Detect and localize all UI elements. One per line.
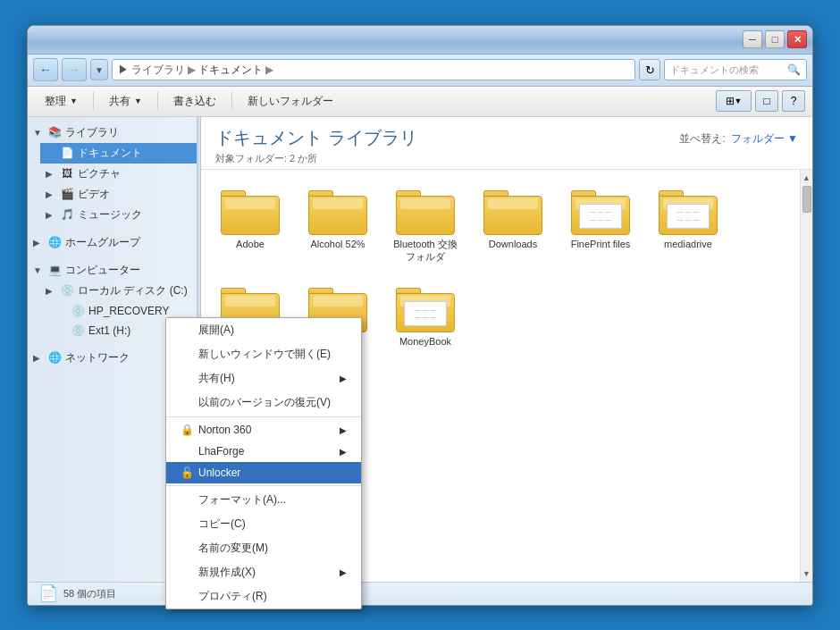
context-menu-item-2[interactable]: 共有(H)▶ bbox=[166, 366, 361, 391]
organize-button[interactable]: 整理 ▼ bbox=[35, 89, 88, 113]
sidebar-item-pictures[interactable]: ▶ 🖼 ピクチャ bbox=[40, 164, 197, 184]
search-placeholder: ドキュメントの検索 bbox=[670, 63, 759, 77]
chevron-down-icon: ▼ bbox=[33, 128, 44, 138]
folder-icon: — — —— — — bbox=[657, 185, 719, 235]
toolbar-separator-2 bbox=[157, 92, 158, 110]
menu-item-label: 新規作成(X) bbox=[198, 565, 340, 580]
context-menu-separator bbox=[166, 416, 361, 417]
pictures-icon: 🖼 bbox=[60, 166, 74, 181]
sidebar-computer-label: コンピューター bbox=[65, 263, 140, 278]
folder-icon bbox=[219, 185, 281, 235]
document-thumb-icon: 📄 bbox=[38, 584, 58, 603]
context-menu-item-5[interactable]: LhaForge▶ bbox=[166, 441, 361, 462]
context-menu-item-4[interactable]: 🔒Norton 360▶ bbox=[166, 419, 361, 441]
library-icon: 📚 bbox=[47, 125, 62, 139]
sidebar-item-video[interactable]: ▶ 🎬 ビデオ bbox=[40, 184, 197, 205]
sidebar-item-local-disk[interactable]: ▶ 💿 ローカル ディスク (C:) bbox=[40, 281, 197, 301]
close-button[interactable]: ✕ bbox=[787, 30, 807, 48]
minimize-button[interactable]: ─ bbox=[743, 30, 762, 48]
preview-button[interactable]: □ bbox=[755, 90, 778, 112]
context-menu-item-0[interactable]: 展開(A) bbox=[166, 318, 361, 342]
toolbar-right: ⊞ ▼ □ ? bbox=[716, 90, 805, 112]
sidebar-item-documents[interactable]: 📄 ドキュメント bbox=[40, 143, 197, 164]
file-label: Downloads bbox=[489, 238, 537, 250]
scroll-thumb[interactable] bbox=[802, 186, 811, 213]
toolbar-separator-1 bbox=[93, 92, 94, 110]
status-bar: 📄 58 個の項目 bbox=[28, 582, 812, 605]
organize-label: 整理 bbox=[45, 94, 66, 109]
file-item[interactable]: — — —— — — MoneyBook bbox=[385, 276, 466, 354]
folder-icon bbox=[394, 185, 457, 235]
new-folder-button[interactable]: 新しいフォルダー bbox=[238, 89, 343, 113]
file-item[interactable]: Alcohol 52% bbox=[298, 179, 378, 270]
dropdown-button[interactable]: ▼ bbox=[90, 59, 108, 80]
chevron-right-icon-4: ▶ bbox=[46, 210, 56, 220]
menu-item-label: 展開(A) bbox=[198, 323, 347, 338]
file-label: MoneyBook bbox=[399, 335, 451, 348]
menu-item-label: 名前の変更(M) bbox=[198, 541, 347, 556]
computer-icon: 💻 bbox=[47, 263, 62, 277]
address-text: ▶ ライブラリ bbox=[118, 63, 185, 78]
file-scrollbar[interactable]: ▲ ▼ bbox=[800, 170, 812, 582]
folder-icon: — — —— — — bbox=[569, 185, 632, 235]
sidebar-item-computer[interactable]: ▼ 💻 コンピューター bbox=[28, 260, 197, 281]
context-menu-item-9[interactable]: 名前の変更(M) bbox=[166, 536, 361, 560]
file-item[interactable]: Bluetooth 交換 フォルダ bbox=[385, 179, 466, 270]
file-item[interactable]: — — —— — — mediadrive bbox=[648, 179, 728, 270]
menu-item-label: 共有(H) bbox=[198, 371, 340, 386]
sort-area: 並べ替え: フォルダー ▼ bbox=[679, 131, 798, 147]
sort-label: 並べ替え: bbox=[679, 131, 725, 147]
sidebar-recovery-label: HP_RECOVERY bbox=[88, 305, 169, 317]
submenu-arrow-icon: ▶ bbox=[340, 374, 347, 383]
context-menu-item-1[interactable]: 新しいウィンドウで開く(E) bbox=[166, 342, 361, 366]
file-item[interactable]: Adobe bbox=[210, 179, 290, 270]
file-item[interactable]: Downloads bbox=[473, 179, 553, 270]
context-menu-item-10[interactable]: 新規作成(X)▶ bbox=[166, 560, 361, 584]
refresh-button[interactable]: ↻ bbox=[639, 59, 660, 80]
back-button[interactable]: ← bbox=[33, 58, 58, 81]
search-box[interactable]: ドキュメントの検索 🔍 bbox=[664, 59, 807, 80]
context-menu-item-6[interactable]: 🔓Unlocker bbox=[166, 462, 361, 483]
address-sep2: ▶ bbox=[265, 63, 273, 76]
burn-button[interactable]: 書き込む bbox=[164, 89, 226, 113]
context-menu-item-11[interactable]: プロパティ(R) bbox=[166, 584, 361, 606]
maximize-button[interactable]: □ bbox=[765, 30, 785, 48]
recovery-icon: 💿 bbox=[71, 304, 85, 318]
address-input[interactable]: ▶ ライブラリ ▶ ドキュメント ▶ bbox=[112, 59, 635, 80]
view-button[interactable]: ⊞ ▼ bbox=[716, 90, 752, 112]
menu-item-label: LhaForge bbox=[198, 445, 340, 458]
chevron-right-icon-3: ▶ bbox=[46, 189, 56, 199]
address-segment: ドキュメント bbox=[198, 63, 263, 78]
address-bar-area: ← → ▼ ▶ ライブラリ ▶ ドキュメント ▶ ↻ ドキュメントの検索 🔍 bbox=[28, 55, 812, 87]
sidebar-ext-label: Ext1 (H:) bbox=[88, 324, 130, 337]
chevron-right-icon-2: ▶ bbox=[46, 169, 56, 179]
context-menu-item-3[interactable]: 以前のバージョンの復元(V) bbox=[166, 391, 361, 415]
norton-icon: 🔒 bbox=[181, 424, 198, 436]
file-item[interactable]: — — —— — — FinePrint files bbox=[560, 179, 641, 270]
address-sep1: ▶ bbox=[188, 63, 196, 76]
submenu-arrow-icon: ▶ bbox=[340, 425, 347, 435]
window-controls: ─ □ ✕ bbox=[743, 30, 807, 48]
view-icon: ⊞ bbox=[726, 95, 735, 107]
file-label: FinePrint files bbox=[571, 238, 631, 250]
disk-icon: 💿 bbox=[60, 283, 74, 298]
scroll-down-arrow[interactable]: ▼ bbox=[801, 567, 813, 580]
menu-item-label: フォーマット(A)... bbox=[198, 492, 347, 508]
ext-drive-icon: 💿 bbox=[71, 323, 85, 338]
context-menu-item-7[interactable]: フォーマット(A)... bbox=[166, 488, 361, 512]
file-label: Adobe bbox=[236, 238, 265, 250]
scroll-up-arrow[interactable]: ▲ bbox=[801, 172, 813, 184]
sidebar-item-music[interactable]: ▶ 🎵 ミュージック bbox=[40, 205, 197, 225]
help-button[interactable]: ? bbox=[782, 90, 805, 112]
sidebar-item-homegroup[interactable]: ▶ 🌐 ホームグループ bbox=[28, 232, 197, 253]
network-icon: 🌐 bbox=[47, 350, 62, 365]
homegroup-icon: 🌐 bbox=[47, 235, 62, 249]
share-button[interactable]: 共有 ▼ bbox=[99, 89, 152, 113]
forward-button[interactable]: → bbox=[62, 58, 87, 81]
toolbar-separator-3 bbox=[231, 92, 232, 110]
sidebar-pictures-label: ピクチャ bbox=[78, 166, 121, 181]
sidebar-item-library-root[interactable]: ▼ 📚 ライブラリ bbox=[28, 122, 197, 143]
context-menu-item-8[interactable]: コピー(C) bbox=[166, 512, 361, 536]
documents-folder-icon: 📄 bbox=[60, 146, 74, 160]
sort-value[interactable]: フォルダー ▼ bbox=[731, 131, 798, 147]
